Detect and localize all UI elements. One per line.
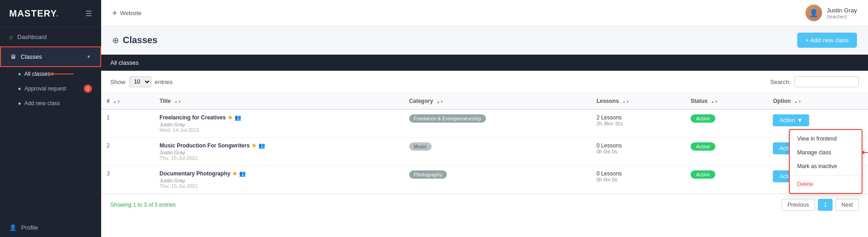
search-wrap: Search:	[770, 76, 859, 87]
dropdown-item-delete[interactable]: Delete	[790, 177, 862, 191]
bullet-icon	[18, 88, 21, 90]
col-number: # ▲▼	[101, 93, 154, 109]
sub-item-label: All classes	[24, 71, 51, 77]
dropdown-item-mark-inactive[interactable]: Mark as inactive	[790, 159, 862, 173]
entries-select[interactable]: 10 25 50	[129, 76, 151, 87]
category-badge: Freelance & Entrepreneurship	[409, 114, 486, 123]
dropdown-menu: View in frontend Manage class	[789, 129, 862, 194]
profile-icon: 👤	[9, 224, 17, 231]
class-author: Justin Gray	[160, 150, 398, 155]
page-title-wrap: ⊕ Classes	[112, 35, 158, 45]
class-date: Thu, 15-Jul-2021	[160, 155, 398, 161]
avatar-image: 👤	[805, 5, 822, 21]
sidebar-item-dashboard[interactable]: ⌂ Dashboard	[0, 28, 101, 46]
add-new-class-button[interactable]: + Add new class	[797, 33, 857, 48]
dropdown-item-view-frontend[interactable]: View in frontend	[790, 132, 862, 146]
red-arrow-annotation	[51, 71, 74, 77]
page-1-button[interactable]: 1	[818, 199, 833, 211]
showing-text: Showing 1 to 3 of 3 entries	[110, 202, 176, 208]
user-role: (teacher)	[827, 14, 857, 19]
row-option-cell: Action ▼ View in frontend Manage class	[767, 109, 868, 138]
website-link[interactable]: ✈ Website	[112, 10, 142, 17]
sort-icon[interactable]: ▲▼	[622, 100, 629, 104]
classes-table: # ▲▼ Title ▲▼ Category ▲▼ Lessons ▲▼ Sta…	[101, 93, 868, 194]
table-controls: Show 10 25 50 entries Search:	[101, 71, 868, 93]
user-name: Justin Gray	[827, 7, 857, 14]
group-icon: 👥	[234, 114, 241, 121]
status-badge: Active	[691, 114, 715, 123]
lessons-count: 2 Lessons	[596, 114, 680, 121]
table-section: All classes Show 10 25 50 entries Search…	[101, 55, 868, 237]
sidebar: MASTERY. ☰ ⌂ Dashboard 🖥 Classes ▼ All c…	[0, 0, 101, 237]
col-title: Title ▲▼	[154, 93, 404, 109]
website-label: Website	[120, 10, 142, 17]
table-header-row: # ▲▼ Title ▲▼ Category ▲▼ Lessons ▲▼ Sta…	[101, 93, 868, 109]
group-icon: 👥	[258, 142, 265, 149]
page-header: ⊕ Classes + Add new class	[101, 26, 868, 55]
sub-item-label: Add new class	[24, 100, 60, 107]
show-label: Show	[110, 79, 126, 85]
lessons-duration: 2h 36m 32s	[596, 121, 680, 126]
lessons-duration: 0h 0m 0s	[596, 177, 680, 182]
chevron-down-icon: ▼	[797, 117, 803, 124]
row-category-cell: Music	[404, 138, 591, 166]
search-input[interactable]	[794, 76, 859, 87]
col-category: Category ▲▼	[404, 93, 591, 109]
star-icon: ★	[228, 114, 233, 121]
bullet-icon	[18, 73, 21, 75]
search-label: Search:	[770, 79, 791, 85]
chevron-down-icon: ▼	[86, 54, 91, 59]
sidebar-item-label: Classes	[21, 53, 42, 60]
user-info: 👤 Justin Gray (teacher)	[805, 5, 857, 21]
entries-label: entries	[155, 79, 173, 85]
dropdown-divider	[790, 175, 862, 175]
sidebar-item-profile[interactable]: 👤 Profile	[0, 218, 101, 237]
class-author: Justin Gray	[160, 122, 398, 127]
table-footer: Showing 1 to 3 of 3 entries Previous 1 N…	[101, 194, 868, 215]
sort-icon[interactable]: ▲▼	[436, 100, 444, 104]
row-title-cell: Freelancing for Creatives ★ 👥 Justin Gra…	[154, 109, 404, 138]
row-lessons-cell: 2 Lessons 2h 36m 32s	[591, 109, 685, 138]
avatar: 👤	[805, 5, 822, 21]
topbar: ✈ Website 👤 Justin Gray (teacher)	[101, 0, 868, 26]
lessons-count: 0 Lessons	[596, 170, 680, 177]
table-row: 3 Documentary Photography ★ 👥 Justin Gra…	[101, 166, 868, 194]
hamburger-icon[interactable]: ☰	[86, 9, 92, 18]
sort-icon[interactable]: ▲▼	[113, 100, 120, 104]
col-lessons: Lessons ▲▼	[591, 93, 685, 109]
sidebar-item-approval-request[interactable]: Approval request 0	[14, 81, 101, 96]
action-button[interactable]: Action ▼	[773, 114, 809, 126]
bullet-icon	[18, 102, 21, 105]
category-badge: Music	[409, 142, 432, 151]
sort-icon[interactable]: ▲▼	[794, 100, 801, 104]
class-title: Music Production For Songwriters ★ 👥	[160, 142, 398, 149]
sort-icon[interactable]: ▲▼	[711, 100, 718, 104]
main-content: ✈ Website 👤 Justin Gray (teacher) ⊕ Clas…	[101, 0, 868, 237]
row-lessons-cell: 0 Lessons 0h 0m 0s	[591, 138, 685, 166]
star-icon: ★	[251, 142, 257, 149]
table-row: 2 Music Production For Songwriters ★ 👥 J…	[101, 138, 868, 166]
circle-icon: ⊕	[112, 35, 119, 45]
next-button[interactable]: Next	[835, 199, 859, 211]
show-entries-wrap: Show 10 25 50 entries	[110, 76, 173, 87]
sidebar-item-add-new-class[interactable]: Add new class	[14, 96, 101, 110]
row-number: 2	[101, 138, 154, 166]
class-title: Freelancing for Creatives ★ 👥	[160, 114, 398, 121]
row-status-cell: Active	[685, 109, 767, 138]
website-icon: ✈	[112, 10, 117, 17]
previous-button[interactable]: Previous	[782, 199, 815, 211]
row-lessons-cell: 0 Lessons 0h 0m 0s	[591, 166, 685, 194]
logo-text: MASTERY.	[9, 8, 59, 19]
sidebar-item-all-classes[interactable]: All classes	[14, 67, 101, 81]
sort-icon[interactable]: ▲▼	[174, 100, 182, 104]
sub-item-label: Approval request	[24, 85, 66, 92]
row-category-cell: Photography	[404, 166, 591, 194]
pagination: Previous 1 Next	[782, 199, 859, 211]
status-badge: Active	[691, 142, 715, 151]
logo-area: MASTERY. ☰	[0, 0, 101, 28]
lessons-duration: 0h 0m 0s	[596, 149, 680, 154]
table-section-title: All classes	[101, 55, 868, 71]
row-number: 3	[101, 166, 154, 194]
dropdown-item-manage-class[interactable]: Manage class	[790, 146, 862, 159]
sidebar-item-classes[interactable]: 🖥 Classes ▼	[0, 46, 101, 67]
